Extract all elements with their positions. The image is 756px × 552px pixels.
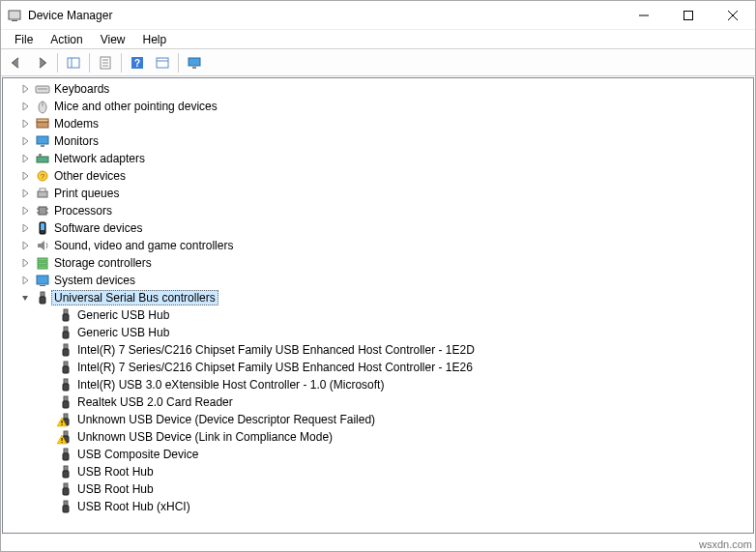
menu-bar: File Action View Help [1,30,755,49]
app-icon [7,8,22,23]
forward-button[interactable] [30,52,53,73]
tree-device[interactable]: Intel(R) 7 Series/C216 Chipset Family US… [3,341,753,359]
tree-device[interactable]: Realtek USB 2.0 Card Reader [3,393,753,411]
keyboard-icon [35,81,50,97]
tree-category[interactable]: Storage controllers [3,254,753,272]
tree-device-label: Unknown USB Device (Device Descriptor Re… [76,413,376,426]
svg-rect-72 [64,501,68,506]
expand-arrow-icon[interactable] [18,274,32,287]
tree-device[interactable]: Generic USB Hub [3,306,753,324]
tree-device[interactable]: USB Root Hub [3,480,753,498]
collapse-arrow-icon[interactable] [18,291,32,305]
usb-icon [58,360,73,375]
tree-device[interactable]: USB Composite Device [3,446,753,463]
usb-icon [58,394,73,410]
svg-rect-52 [64,362,68,366]
tree-category-label: Mice and other pointing devices [53,100,218,113]
help-button[interactable]: ? [126,52,149,73]
svg-rect-46 [64,309,68,314]
usb-icon [58,377,73,392]
tree-category[interactable]: Network adapters [3,150,753,167]
modem-icon [35,116,50,131]
toolbar-separator [121,53,122,73]
scan-hardware-button[interactable] [151,52,174,73]
svg-rect-31 [40,189,45,191]
tree-device[interactable]: Unknown USB Device (Link in Compliance M… [3,428,753,446]
expand-arrow-icon[interactable] [18,187,32,200]
tree-category[interactable]: ?Other devices [3,167,753,185]
expand-arrow-icon[interactable] [18,221,32,235]
tree-category[interactable]: Software devices [3,219,753,237]
tree-category[interactable]: Print queues [3,185,753,202]
expand-arrow-icon[interactable] [18,256,32,270]
expand-arrow-icon[interactable] [18,134,32,148]
tree-category[interactable]: Sound, video and game controllers [3,237,753,254]
expand-arrow-icon[interactable] [18,239,32,252]
usb-icon [58,342,73,358]
tree-device[interactable]: USB Root Hub (xHCI) [3,498,753,515]
show-hide-button[interactable] [62,52,85,73]
expand-arrow-icon[interactable] [18,152,32,165]
expand-arrow-icon[interactable] [18,100,32,113]
menu-view[interactable]: View [93,32,133,47]
tree-category[interactable]: System devices [3,272,753,289]
tree-device[interactable]: Intel(R) 7 Series/C216 Chipset Family US… [3,359,753,376]
monitor-button[interactable] [183,52,206,73]
tree-category-usb[interactable]: Universal Serial Bus controllers [3,289,753,306]
device-tree-panel[interactable]: KeyboardsMice and other pointing devices… [2,77,754,534]
tree-category-label: Storage controllers [53,256,153,270]
tree-category[interactable]: Monitors [3,132,753,150]
tree-category-label: Keyboards [53,82,110,96]
usb-icon [58,307,73,323]
svg-rect-73 [63,506,69,512]
tree-category-label: Print queues [53,187,120,200]
svg-rect-48 [64,327,68,332]
tree-device-label: USB Root Hub [76,465,155,479]
tree-device[interactable]: Intel(R) USB 3.0 eXtensible Host Control… [3,376,753,393]
tree-category[interactable]: Mice and other pointing devices [3,98,753,115]
svg-rect-38 [41,223,44,230]
tree-device-label: Intel(R) USB 3.0 eXtensible Host Control… [76,378,385,392]
tree-category-label: Modems [53,117,100,131]
tree-device[interactable]: Generic USB Hub [3,324,753,341]
tree-category[interactable]: Keyboards [3,80,753,98]
svg-rect-14 [157,58,168,68]
svg-point-65 [61,442,62,443]
svg-rect-68 [64,466,68,471]
svg-rect-23 [37,119,48,122]
window-title: Device Manager [28,9,622,22]
tree-device[interactable]: Unknown USB Device (Device Descriptor Re… [3,411,753,428]
svg-rect-43 [40,285,45,286]
svg-rect-6 [68,58,79,68]
mouse-icon [35,99,50,114]
tree-device-label: Intel(R) 7 Series/C216 Chipset Family US… [76,343,476,357]
svg-rect-30 [38,191,47,197]
tree-device-label: USB Root Hub (xHCI) [76,500,191,513]
tree-category-label: Sound, video and game controllers [53,239,234,252]
tree-device-label: Unknown USB Device (Link in Compliance M… [76,430,334,444]
properties-button[interactable] [94,52,117,73]
tree-category-label: Monitors [53,134,100,148]
menu-file[interactable]: File [7,32,41,47]
tree-category[interactable]: Processors [3,202,753,219]
expand-arrow-icon[interactable] [18,82,32,96]
back-button[interactable] [5,52,28,73]
svg-text:?: ? [41,172,45,181]
expand-arrow-icon[interactable] [18,117,32,131]
expand-arrow-icon[interactable] [18,204,32,218]
expand-arrow-icon[interactable] [18,169,32,183]
window-controls [622,1,755,29]
tree-device[interactable]: USB Root Hub [3,463,753,480]
svg-text:?: ? [134,58,140,69]
svg-rect-40 [38,262,47,265]
toolbar-separator [57,53,58,73]
svg-rect-55 [63,384,69,391]
tree-category[interactable]: Modems [3,115,753,132]
menu-action[interactable]: Action [43,32,90,47]
cpu-icon [35,203,50,218]
menu-help[interactable]: Help [135,32,175,47]
close-button[interactable] [711,1,755,29]
minimize-button[interactable] [622,1,666,29]
tree-category-label: Software devices [53,221,143,235]
maximize-button[interactable] [666,1,711,29]
